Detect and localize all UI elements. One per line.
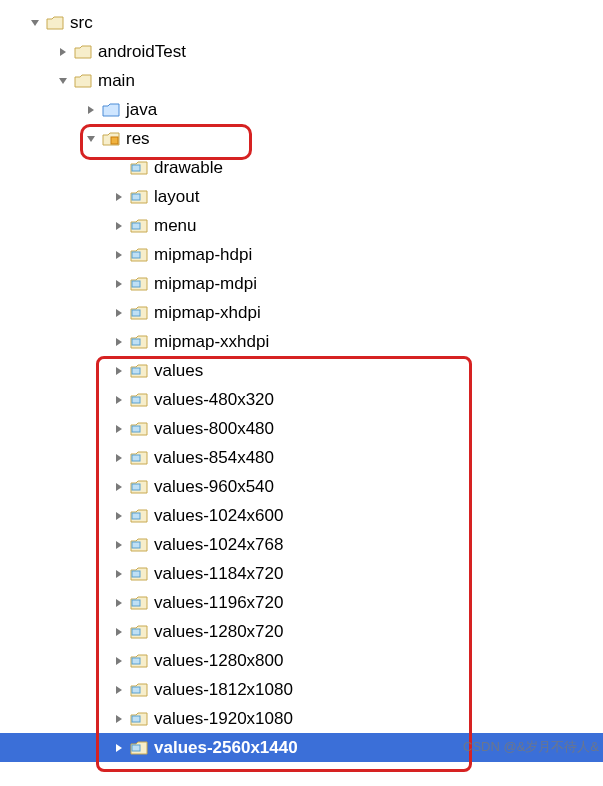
tree-row[interactable]: res: [0, 124, 603, 153]
folder-icon: [130, 247, 148, 263]
tree-item-label: values-800x480: [154, 419, 274, 439]
tree-item-label: values-480x320: [154, 390, 274, 410]
tree-row[interactable]: main: [0, 66, 603, 95]
folder-icon: [130, 682, 148, 698]
chevron-right-icon[interactable]: [112, 306, 126, 320]
tree-row[interactable]: java: [0, 95, 603, 124]
tree-row[interactable]: values-1184x720: [0, 559, 603, 588]
chevron-right-icon[interactable]: [112, 480, 126, 494]
svg-rect-7: [132, 339, 140, 345]
svg-rect-16: [132, 600, 140, 606]
folder-icon: [102, 131, 120, 147]
tree-item-label: src: [70, 13, 93, 33]
tree-row[interactable]: menu: [0, 211, 603, 240]
tree-item-label: mipmap-xhdpi: [154, 303, 261, 323]
tree-row[interactable]: values-480x320: [0, 385, 603, 414]
folder-icon: [130, 160, 148, 176]
tree-row[interactable]: mipmap-mdpi: [0, 269, 603, 298]
chevron-right-icon[interactable]: [112, 596, 126, 610]
chevron-right-icon[interactable]: [112, 248, 126, 262]
svg-rect-10: [132, 426, 140, 432]
tree-item-label: values-1184x720: [154, 564, 283, 584]
tree-row[interactable]: mipmap-hdpi: [0, 240, 603, 269]
tree-item-label: res: [126, 129, 150, 149]
folder-icon: [130, 305, 148, 321]
chevron-right-icon[interactable]: [112, 538, 126, 552]
folder-icon: [130, 740, 148, 756]
folder-icon: [130, 363, 148, 379]
folder-icon: [130, 711, 148, 727]
chevron-right-icon[interactable]: [112, 277, 126, 291]
tree-row[interactable]: values-1196x720: [0, 588, 603, 617]
tree-row[interactable]: values-960x540: [0, 472, 603, 501]
svg-rect-9: [132, 397, 140, 403]
svg-rect-5: [132, 281, 140, 287]
chevron-right-icon[interactable]: [112, 712, 126, 726]
folder-icon: [130, 624, 148, 640]
tree-row[interactable]: values-1280x720: [0, 617, 603, 646]
tree-row[interactable]: values-1920x1080: [0, 704, 603, 733]
folder-icon: [130, 276, 148, 292]
chevron-down-icon[interactable]: [56, 74, 70, 88]
svg-rect-1: [132, 165, 140, 171]
chevron-right-icon[interactable]: [112, 567, 126, 581]
tree-row[interactable]: androidTest: [0, 37, 603, 66]
chevron-down-icon[interactable]: [84, 132, 98, 146]
tree-item-label: values-1920x1080: [154, 709, 293, 729]
folder-icon: [130, 537, 148, 553]
svg-rect-17: [132, 629, 140, 635]
tree-item-label: values-2560x1440: [154, 738, 298, 758]
chevron-right-icon[interactable]: [112, 335, 126, 349]
svg-rect-4: [132, 252, 140, 258]
tree-item-label: values-1812x1080: [154, 680, 293, 700]
chevron-right-icon[interactable]: [84, 103, 98, 117]
tree-row[interactable]: drawable: [0, 153, 603, 182]
chevron-right-icon[interactable]: [112, 683, 126, 697]
folder-icon: [74, 44, 92, 60]
svg-rect-2: [132, 194, 140, 200]
svg-rect-0: [111, 137, 118, 144]
svg-rect-6: [132, 310, 140, 316]
folder-icon: [130, 421, 148, 437]
tree-item-label: values-1024x600: [154, 506, 283, 526]
chevron-down-icon[interactable]: [28, 16, 42, 30]
chevron-right-icon[interactable]: [112, 393, 126, 407]
chevron-right-icon[interactable]: [112, 654, 126, 668]
svg-rect-3: [132, 223, 140, 229]
svg-rect-14: [132, 542, 140, 548]
tree-item-label: values-1280x800: [154, 651, 283, 671]
tree-row[interactable]: layout: [0, 182, 603, 211]
folder-icon: [130, 450, 148, 466]
chevron-right-icon[interactable]: [112, 625, 126, 639]
tree-row[interactable]: mipmap-xhdpi: [0, 298, 603, 327]
folder-icon: [130, 508, 148, 524]
folder-icon: [130, 334, 148, 350]
chevron-right-icon[interactable]: [112, 219, 126, 233]
tree-item-label: menu: [154, 216, 197, 236]
chevron-right-icon[interactable]: [112, 422, 126, 436]
chevron-right-icon[interactable]: [112, 509, 126, 523]
tree-item-label: java: [126, 100, 157, 120]
tree-row[interactable]: mipmap-xxhdpi: [0, 327, 603, 356]
tree-row[interactable]: values: [0, 356, 603, 385]
tree-row[interactable]: src: [0, 8, 603, 37]
chevron-right-icon[interactable]: [112, 190, 126, 204]
folder-icon: [130, 595, 148, 611]
tree-row[interactable]: values-800x480: [0, 414, 603, 443]
svg-rect-12: [132, 484, 140, 490]
arrow-spacer: [112, 161, 126, 175]
tree-row[interactable]: values-854x480: [0, 443, 603, 472]
tree-row[interactable]: values-1812x1080: [0, 675, 603, 704]
folder-icon: [74, 73, 92, 89]
tree-item-label: values: [154, 361, 203, 381]
chevron-right-icon[interactable]: [112, 741, 126, 755]
svg-rect-15: [132, 571, 140, 577]
chevron-right-icon[interactable]: [112, 451, 126, 465]
tree-row[interactable]: values-1024x600: [0, 501, 603, 530]
chevron-right-icon[interactable]: [112, 364, 126, 378]
tree-row[interactable]: values-1024x768: [0, 530, 603, 559]
svg-rect-21: [132, 745, 140, 751]
folder-icon: [130, 479, 148, 495]
chevron-right-icon[interactable]: [56, 45, 70, 59]
tree-row[interactable]: values-1280x800: [0, 646, 603, 675]
